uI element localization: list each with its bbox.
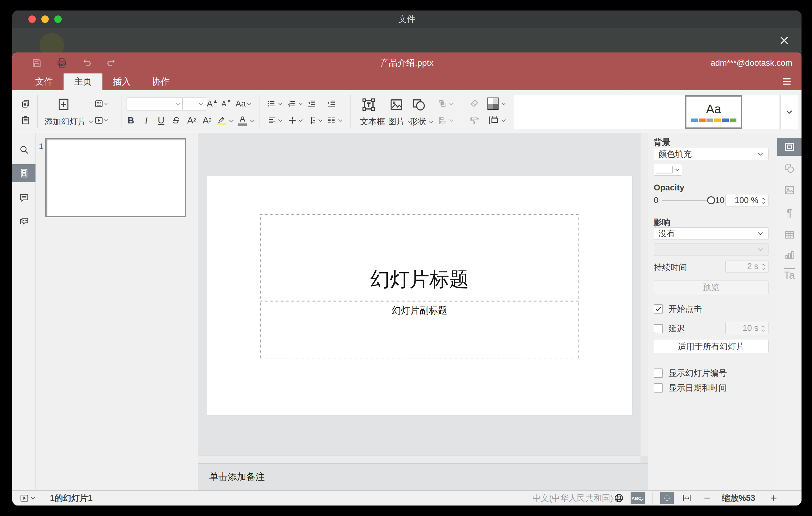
duration-input[interactable]: 2 s bbox=[725, 260, 768, 273]
superscript-button[interactable]: A2 bbox=[184, 114, 199, 126]
delay-checkbox[interactable]: 延迟 bbox=[654, 323, 685, 334]
opacity-input[interactable]: 100 % bbox=[725, 194, 768, 206]
zoom-level[interactable]: 缩放%53 bbox=[722, 491, 755, 506]
slide-layout-button[interactable] bbox=[94, 97, 109, 111]
bullet-list-button[interactable] bbox=[265, 97, 278, 110]
add-slide-label[interactable]: 添加幻灯片 bbox=[45, 116, 94, 127]
copy-button[interactable] bbox=[19, 97, 33, 111]
increase-indent-button[interactable] bbox=[324, 97, 338, 110]
document-language-button[interactable] bbox=[612, 491, 626, 506]
paragraph-settings-button[interactable]: ¶ bbox=[777, 204, 802, 222]
vertical-scrollbar[interactable] bbox=[640, 133, 648, 456]
font-size-select[interactable] bbox=[182, 97, 207, 111]
theme-gallery-expand-button[interactable] bbox=[780, 95, 798, 129]
chat-button[interactable] bbox=[12, 212, 35, 231]
arrange-shape-arrow[interactable] bbox=[448, 99, 454, 109]
notes-area[interactable]: 单击添加备注 bbox=[198, 463, 648, 490]
opacity-slider-knob[interactable] bbox=[707, 196, 715, 204]
numbered-list-button[interactable] bbox=[286, 97, 298, 110]
comments-button[interactable] bbox=[12, 189, 35, 207]
fill-color-picker[interactable] bbox=[654, 164, 682, 176]
theme-tile[interactable] bbox=[628, 95, 685, 129]
preview-mode-arrow[interactable] bbox=[30, 491, 38, 506]
text-art-settings-button[interactable]: Ta bbox=[777, 266, 802, 284]
align-shape-button[interactable] bbox=[436, 114, 448, 126]
theme-tile[interactable] bbox=[742, 95, 779, 129]
horizontal-scrollbar[interactable] bbox=[198, 456, 640, 463]
theme-tile[interactable] bbox=[571, 95, 628, 129]
horizontal-align-button[interactable] bbox=[266, 114, 278, 126]
paste-button[interactable] bbox=[19, 114, 33, 127]
underline-button[interactable]: U bbox=[155, 114, 167, 126]
title-placeholder[interactable]: 幻灯片标题 bbox=[260, 214, 579, 302]
apply-to-all-slides-button[interactable]: 适用于所有幻灯片 bbox=[654, 340, 768, 353]
highlight-color-button[interactable] bbox=[215, 114, 228, 127]
search-button[interactable] bbox=[12, 141, 35, 159]
increase-font-button[interactable]: A▲ bbox=[205, 97, 219, 110]
copy-style-button[interactable] bbox=[468, 114, 481, 126]
subtitle-placeholder[interactable]: 幻灯片副标题 bbox=[260, 300, 579, 359]
font-color-button[interactable]: A bbox=[236, 114, 249, 127]
slide-size-button[interactable] bbox=[487, 114, 500, 126]
view-settings-button[interactable] bbox=[780, 75, 793, 88]
start-on-click-checkbox[interactable]: 开始点击 bbox=[654, 304, 702, 314]
minimize-traffic-light[interactable] bbox=[41, 16, 49, 23]
columns-button[interactable] bbox=[325, 114, 338, 126]
decrease-indent-button[interactable] bbox=[305, 97, 318, 110]
slide-thumbnail[interactable] bbox=[45, 138, 186, 217]
tab-insert[interactable]: 插入 bbox=[103, 74, 141, 90]
highlight-color-arrow[interactable] bbox=[228, 115, 234, 127]
image-settings-button[interactable] bbox=[777, 181, 802, 199]
tab-home[interactable]: 主页 bbox=[63, 74, 103, 90]
background-fill-select[interactable]: 颜色填充 bbox=[654, 148, 768, 160]
insert-shape-button[interactable] bbox=[410, 96, 428, 114]
color-scheme-button[interactable] bbox=[487, 97, 499, 111]
shape-settings-button[interactable] bbox=[777, 160, 802, 177]
arrange-shape-button[interactable] bbox=[436, 97, 448, 110]
tab-collaboration[interactable]: 协作 bbox=[141, 74, 180, 90]
theme-tile-selected[interactable]: Aa bbox=[685, 95, 742, 129]
slide-size-arrow[interactable] bbox=[500, 115, 506, 125]
theme-tile[interactable] bbox=[514, 95, 571, 129]
zoom-in-button[interactable] bbox=[767, 491, 780, 506]
slide-canvas[interactable]: 幻灯片标题 幻灯片副标题 bbox=[207, 176, 632, 415]
insert-image-button[interactable] bbox=[387, 96, 406, 114]
show-slide-number-checkbox[interactable]: 显示幻灯片编号 bbox=[654, 368, 727, 379]
insert-textbox-label[interactable]: 文本框 bbox=[360, 116, 385, 127]
font-color-arrow[interactable] bbox=[249, 115, 256, 127]
slide-settings-button[interactable] bbox=[777, 138, 802, 156]
close-traffic-light[interactable] bbox=[28, 16, 36, 23]
chart-settings-button[interactable] bbox=[777, 246, 802, 264]
effect-select[interactable]: 没有 bbox=[654, 227, 768, 240]
insert-shape-label[interactable]: 形状 bbox=[410, 116, 434, 127]
insert-textbox-button[interactable] bbox=[359, 96, 378, 114]
color-scheme-arrow[interactable] bbox=[500, 99, 506, 109]
fit-to-width-button[interactable] bbox=[680, 491, 694, 506]
font-name-select[interactable] bbox=[126, 97, 184, 111]
decrease-font-button[interactable]: A▼ bbox=[220, 97, 233, 110]
fit-to-slide-button[interactable] bbox=[660, 492, 674, 504]
bold-button[interactable]: B bbox=[125, 114, 137, 126]
insert-image-label[interactable]: 图片 bbox=[388, 116, 412, 127]
numbered-list-arrow[interactable] bbox=[297, 99, 303, 109]
maximize-traffic-light[interactable] bbox=[54, 16, 62, 23]
vertical-align-arrow[interactable] bbox=[297, 115, 303, 125]
line-spacing-arrow[interactable] bbox=[317, 115, 323, 125]
strikethrough-button[interactable]: S bbox=[170, 114, 182, 126]
show-date-time-checkbox[interactable]: 显示日期和时间 bbox=[654, 382, 727, 394]
preview-button[interactable]: 预览 bbox=[654, 281, 768, 294]
columns-arrow[interactable] bbox=[337, 115, 343, 125]
table-settings-button[interactable] bbox=[777, 226, 802, 244]
tab-file[interactable]: 文件 bbox=[25, 74, 63, 90]
italic-button[interactable]: I bbox=[140, 114, 152, 126]
add-slide-button[interactable] bbox=[56, 96, 71, 113]
start-preview-button[interactable] bbox=[19, 491, 30, 506]
horizontal-align-arrow[interactable] bbox=[277, 115, 283, 125]
start-slideshow-button[interactable] bbox=[94, 114, 109, 127]
close-document-button[interactable] bbox=[776, 32, 792, 49]
bullet-list-arrow[interactable] bbox=[277, 99, 283, 109]
clear-style-button[interactable] bbox=[468, 97, 481, 110]
slides-panel-button[interactable] bbox=[12, 164, 35, 182]
align-shape-arrow[interactable] bbox=[448, 115, 454, 125]
delay-input[interactable]: 10 s bbox=[725, 322, 768, 334]
